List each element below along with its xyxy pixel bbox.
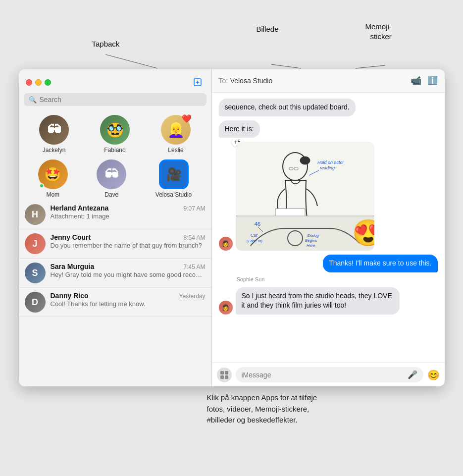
contact-name-leslie: Leslie (168, 147, 183, 154)
conv-header-jenny: Jenny Court 8:54 AM (51, 233, 206, 241)
avatar-dave: 🕶 (97, 159, 126, 189)
svg-text:reading: reading (320, 165, 335, 170)
memoji-sticker-label: Memoji-sticker (365, 22, 392, 41)
to-label: To: (219, 77, 228, 85)
imessage-text-input[interactable] (242, 371, 405, 379)
msg-bubble-outgoing: Thanks! I'll make sure to use this. (323, 255, 437, 272)
svg-line-1 (271, 64, 301, 68)
conv-name-jenny: Jenny Court (51, 233, 91, 241)
svg-text:Here: Here (307, 243, 315, 248)
imessage-input-area[interactable]: 🎤 (236, 367, 423, 382)
storyboard-image: Hold on actor reading (236, 142, 374, 251)
conv-content-danny: Danny Rico Yesterday Cool! Thanks for le… (51, 292, 206, 308)
sender-avatar-small: 👩 (219, 237, 233, 251)
emoji-button[interactable]: 😊 (427, 369, 440, 381)
chat-messages: sequence, check out this updated board. … (212, 93, 445, 363)
contact-jackelyn[interactable]: 🕶 Jackelyn (39, 115, 69, 154)
messages-window: 🔍 🕶 Jackelyn 🥸 Fabiano 👱‍♀️ ❤️ (19, 69, 445, 386)
msg-bubble-sophie: So I just heard from the studio heads, t… (236, 287, 400, 315)
contact-name-mom: Mom (46, 191, 59, 198)
svg-text:Begins: Begins (305, 238, 317, 243)
chat-panel: To: Velosa Studio 📹 ℹ️ sequence, check o… (212, 69, 445, 386)
conv-header-herland: Herland Antezana 9:07 AM (51, 204, 206, 212)
bottom-text-line2: fotos, videoer, Memoji-stickere, (207, 405, 309, 413)
close-button[interactable] (26, 79, 32, 86)
conv-time-jenny: 8:54 AM (183, 234, 205, 241)
msg-row-2: Here it is: (219, 120, 438, 138)
contact-name-dave: Dave (104, 191, 118, 198)
conv-time-sara: 7:45 AM (183, 264, 205, 270)
traffic-lights (26, 79, 51, 86)
tapback-label: Tapback (92, 40, 120, 48)
chat-header-icons: 📹 ℹ️ (411, 75, 438, 86)
avatar-fabiano: 🥸 (100, 115, 130, 145)
conv-name-danny: Danny Rico (51, 292, 89, 300)
msg-bubble-2: Here it is: (219, 120, 260, 138)
conv-sara[interactable]: S Sara Murguia 7:45 AM Hey! Gray told me… (19, 259, 211, 288)
svg-point-8 (300, 157, 310, 164)
avatar-jenny: J (25, 233, 46, 254)
msg-row-sophie: 👩 So I just heard from the studio heads,… (219, 287, 438, 315)
avatar-herland: H (25, 204, 46, 225)
annotation-lines (19, 54, 445, 69)
billede-label: Billede (257, 25, 279, 33)
maximize-button[interactable] (45, 79, 51, 86)
bottom-text-line1: Klik på knappen Apps for at tilføje (207, 393, 317, 402)
compose-button[interactable] (191, 75, 205, 89)
image-message-container: +5 (236, 142, 374, 251)
conv-preview-sara: Hey! Gray told me you might have some go… (51, 271, 206, 278)
svg-rect-29 (225, 375, 228, 379)
conv-jenny[interactable]: J Jenny Court 8:54 AM Do you remember th… (19, 229, 211, 259)
svg-text:Dialog: Dialog (308, 233, 319, 238)
sender-name-sophie: Sophie Sun (237, 276, 438, 282)
svg-line-0 (105, 54, 157, 68)
apps-button[interactable] (217, 368, 232, 382)
avatar-jackelyn: 🕶 (39, 115, 69, 145)
svg-rect-27 (225, 371, 228, 374)
annotation-labels-top: Tapback Billede Memoji-sticker (19, 20, 445, 54)
svg-rect-26 (220, 371, 224, 374)
audio-input-icon: 🎤 (408, 370, 417, 379)
search-bar[interactable]: 🔍 (24, 93, 206, 106)
svg-text:Cut: Cut (251, 233, 258, 238)
chat-input-bar: 🎤 😊 (212, 363, 445, 386)
bottom-text-line3: #billeder og beskedeffekter. (207, 416, 298, 424)
conv-content-sara: Sara Murguia 7:45 AM Hey! Gray told me y… (51, 263, 206, 278)
sidebar-titlebar (19, 69, 211, 93)
conversation-list: H Herland Antezana 9:07 AM Attachment: 1… (19, 200, 211, 386)
conv-header-sara: Sara Murguia 7:45 AM (51, 263, 206, 270)
pinned-contacts-row2: 🤩 Mom 🕶 Dave 🎥 Velosa Studio (19, 156, 211, 200)
conv-header-danny: Danny Rico Yesterday (51, 292, 206, 300)
video-call-icon[interactable]: 📹 (411, 75, 421, 86)
bottom-annotation: Klik på knappen Apps for at tilføje foto… (19, 392, 445, 426)
conv-danny[interactable]: D Danny Rico Yesterday Cool! Thanks for … (19, 288, 211, 317)
msg-row-image: 👩 +5 (219, 142, 438, 251)
contact-mom[interactable]: 🤩 Mom (38, 159, 68, 198)
contact-name-jackelyn: Jackelyn (43, 147, 66, 154)
chat-header: To: Velosa Studio 📹 ℹ️ (212, 69, 445, 93)
to-name: Velosa Studio (230, 77, 273, 85)
avatar-sophie: 👩 (219, 301, 233, 315)
conv-preview-herland: Attachment: 1 image (51, 212, 206, 220)
info-icon[interactable]: ℹ️ (427, 75, 438, 86)
minimize-button[interactable] (35, 79, 42, 86)
conv-herland[interactable]: H Herland Antezana 9:07 AM Attachment: 1… (19, 200, 211, 229)
contact-leslie[interactable]: 👱‍♀️ ❤️ Leslie (161, 115, 191, 154)
conv-content-herland: Herland Antezana 9:07 AM Attachment: 1 i… (51, 204, 206, 220)
conv-time-danny: Yesterday (179, 293, 206, 300)
contact-dave[interactable]: 🕶 Dave (97, 159, 126, 198)
conv-content-jenny: Jenny Court 8:54 AM Do you remember the … (51, 233, 206, 249)
conv-preview-jenny: Do you remember the name of that guy fro… (51, 242, 206, 249)
msg-bubble-1: sequence, check out this updated board. (219, 99, 356, 116)
search-input[interactable] (40, 96, 202, 104)
search-icon: 🔍 (29, 96, 37, 104)
contact-fabiano[interactable]: 🥸 Fabiano (100, 115, 130, 154)
contact-velosa[interactable]: 🎥 Velosa Studio (155, 159, 192, 198)
heart-badge: ❤️ (182, 114, 192, 123)
conv-name-herland: Herland Antezana (51, 204, 109, 212)
avatar-danny: D (25, 292, 46, 313)
avatar-velosa: 🎥 (159, 159, 189, 189)
msg-row-outgoing: Thanks! I'll make sure to use this. (219, 255, 438, 272)
contact-name-velosa: Velosa Studio (155, 191, 192, 198)
svg-text:(Fade in): (Fade in) (247, 239, 262, 243)
